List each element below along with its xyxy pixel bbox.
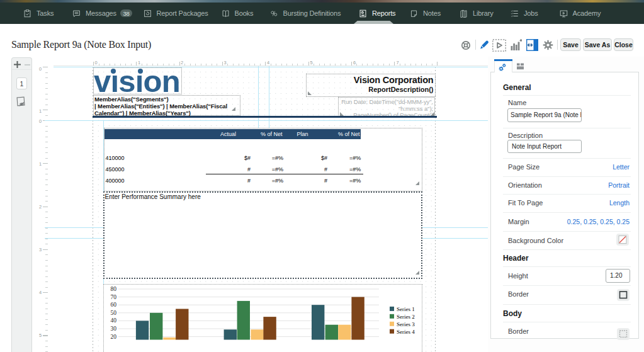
- svg-text:40: 40: [111, 317, 117, 324]
- svg-text:Series 1: Series 1: [397, 306, 415, 312]
- svg-text:60: 60: [111, 302, 117, 308]
- svg-text:Series 2: Series 2: [397, 314, 415, 320]
- svg-text:80: 80: [111, 286, 117, 292]
- svg-text:Series 4: Series 4: [397, 329, 415, 335]
- svg-text:70: 70: [111, 294, 117, 300]
- svg-text:Series 3: Series 3: [397, 321, 415, 327]
- svg-text:50: 50: [111, 310, 117, 316]
- svg-text:30: 30: [111, 326, 117, 332]
- svg-text:20: 20: [111, 334, 117, 340]
